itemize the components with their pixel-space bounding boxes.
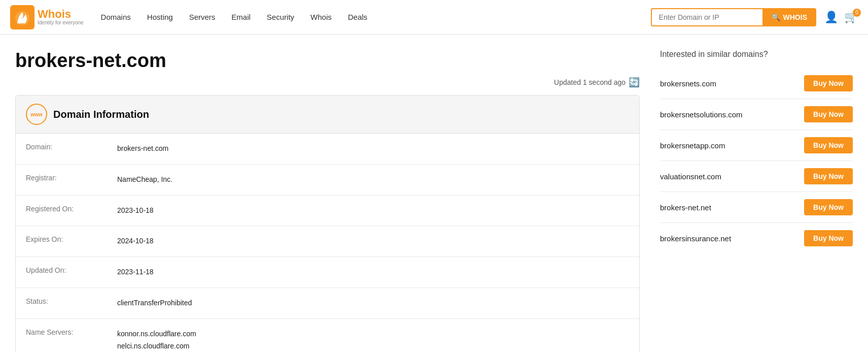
info-row: Domain:brokers-net.com <box>16 134 639 165</box>
search-icon: 🔍 <box>772 13 780 21</box>
nav-link-deals[interactable]: Deals <box>341 9 374 25</box>
nav-link-domains[interactable]: Domains <box>94 9 138 25</box>
similar-item: valuationsnet.comBuy Now <box>660 161 853 192</box>
logo-whois-label: Whois <box>38 9 84 20</box>
search-area: 🔍 WHOIS <box>651 8 816 26</box>
similar-item: brokersnetapp.comBuy Now <box>660 130 853 161</box>
left-section: brokers-net.com Updated 1 second ago 🔄 w… <box>15 50 640 352</box>
similar-domain-label: brokersnetsolutions.com <box>660 110 743 119</box>
nav-link-email[interactable]: Email <box>224 9 258 25</box>
nav-link-hosting[interactable]: Hosting <box>140 9 180 25</box>
info-label: Registrar: <box>26 174 117 186</box>
info-value: NameCheap, Inc. <box>117 174 172 186</box>
similar-item: brokersinsurance.netBuy Now <box>660 223 853 253</box>
info-label: Updated On: <box>26 266 117 278</box>
info-row: Name Servers:konnor.ns.cloudflare.com ne… <box>16 319 639 352</box>
account-button[interactable]: 👤 <box>824 11 838 24</box>
info-value: 2023-11-18 <box>117 266 154 278</box>
refresh-icon[interactable]: 🔄 <box>629 77 640 88</box>
info-value: konnor.ns.cloudflare.com nelci.ns.cloudf… <box>117 328 196 352</box>
similar-item: brokersnetsolutions.comBuy Now <box>660 99 853 130</box>
similar-item: brokersnets.comBuy Now <box>660 68 853 99</box>
similar-item: brokers-net.netBuy Now <box>660 192 853 223</box>
similar-domain-label: brokersnetapp.com <box>660 141 725 150</box>
similar-title: Interested in similar domains? <box>660 50 853 59</box>
buy-now-button[interactable]: Buy Now <box>804 230 853 246</box>
buy-now-button[interactable]: Buy Now <box>804 106 853 122</box>
navbar: Whois Identity for everyone DomainsHosti… <box>0 0 868 35</box>
info-row: Expires On:2024-10-18 <box>16 226 639 257</box>
similar-domain-label: brokersnets.com <box>660 79 716 88</box>
info-row: Updated On:2023-11-18 <box>16 257 639 288</box>
right-section: Interested in similar domains? brokersne… <box>660 50 853 352</box>
info-label: Registered On: <box>26 205 117 217</box>
info-value: 2024-10-18 <box>117 235 154 247</box>
info-row: Status:clientTransferProhibited <box>16 288 639 319</box>
search-button[interactable]: 🔍 WHOIS <box>762 8 816 26</box>
info-row: Registrar:NameCheap, Inc. <box>16 165 639 196</box>
info-value: brokers-net.com <box>117 143 168 155</box>
buy-now-button[interactable]: Buy Now <box>804 75 853 91</box>
info-label: Domain: <box>26 143 117 155</box>
logo-icon <box>10 5 34 29</box>
similar-list: brokersnets.comBuy Nowbrokersnetsolution… <box>660 68 853 253</box>
info-label: Name Servers: <box>26 328 117 352</box>
logo[interactable]: Whois Identity for everyone <box>10 5 84 29</box>
info-value: clientTransferProhibited <box>117 297 192 309</box>
buy-now-button[interactable]: Buy Now <box>804 168 853 184</box>
account-icon: 👤 <box>824 11 838 23</box>
similar-domain-label: brokersinsurance.net <box>660 234 731 243</box>
info-label: Status: <box>26 297 117 309</box>
www-icon: www <box>26 104 47 125</box>
updated-text: Updated 1 second ago <box>554 78 626 86</box>
similar-domain-label: valuationsnet.com <box>660 172 721 181</box>
buy-now-button[interactable]: Buy Now <box>804 137 853 153</box>
buy-now-button[interactable]: Buy Now <box>804 199 853 215</box>
similar-domain-label: brokers-net.net <box>660 203 711 212</box>
nav-link-whois[interactable]: Whois <box>303 9 339 25</box>
nav-icons: 👤 🛒 0 <box>824 11 858 24</box>
info-label: Expires On: <box>26 235 117 247</box>
updated-bar: Updated 1 second ago 🔄 <box>15 77 640 88</box>
nav-link-servers[interactable]: Servers <box>182 9 223 25</box>
domain-title: brokers-net.com <box>15 50 640 72</box>
domain-info-header: www Domain Information <box>16 95 639 134</box>
nav-links: DomainsHostingServersEmailSecurityWhoisD… <box>94 9 651 25</box>
search-input[interactable] <box>651 8 762 26</box>
logo-tagline-label: Identity for everyone <box>38 20 84 26</box>
domain-info-title: Domain Information <box>53 109 149 120</box>
main-content: brokers-net.com Updated 1 second ago 🔄 w… <box>0 35 868 352</box>
cart-button[interactable]: 🛒 0 <box>844 11 858 24</box>
domain-info-box: www Domain Information Domain:brokers-ne… <box>15 95 640 352</box>
cart-badge: 0 <box>853 9 861 17</box>
info-value: 2023-10-18 <box>117 205 154 217</box>
info-row: Registered On:2023-10-18 <box>16 196 639 227</box>
logo-text: Whois Identity for everyone <box>38 9 84 26</box>
nav-link-security[interactable]: Security <box>260 9 301 25</box>
search-button-label: WHOIS <box>783 13 807 21</box>
info-table: Domain:brokers-net.comRegistrar:NameChea… <box>16 134 639 352</box>
